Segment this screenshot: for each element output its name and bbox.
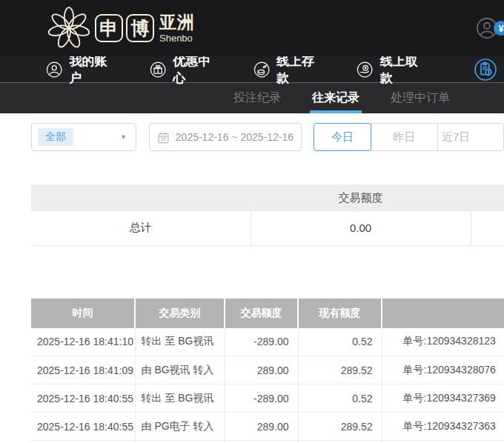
page: 申 博 亚洲 Shenbo ¥: [0, 0, 504, 443]
cell-order-number: 单号:120934327363: [382, 413, 504, 441]
nav-item-deposit[interactable]: 线上存款: [253, 53, 317, 87]
today-button[interactable]: 今日: [314, 123, 371, 151]
records-clipboard-icon: [474, 58, 497, 81]
cell-order-number: 单号:120934328123: [382, 328, 504, 356]
summary-section: 交易额度 总计 0.00: [31, 184, 504, 246]
cell-balance: 289.52: [298, 356, 382, 384]
nav-item-my-account[interactable]: 我的账户: [46, 53, 110, 87]
brand-char-box-2: 博: [126, 14, 154, 42]
record-row: 2025-12-16 18:40:55 由 PG电子 转入 289.00 289…: [31, 413, 504, 441]
cell-type: 由 BG视讯 转入: [135, 356, 225, 384]
cell-balance: 0.52: [298, 384, 382, 413]
cell-time: 2025-12-16 18:41:09: [31, 356, 135, 384]
nav-item-label: 线上存款: [276, 53, 316, 87]
cell-amount: 289.00: [225, 413, 298, 441]
nav-item-label: 线上取款: [380, 53, 420, 87]
user-icon: [46, 59, 62, 80]
cell-time: 2025-12-16 18:40:55: [31, 413, 135, 441]
brand-region: 亚洲: [159, 14, 195, 31]
user-area: ¥: [476, 17, 498, 39]
nav-item-promotions[interactable]: 优惠中心: [150, 53, 213, 87]
cell-time: 2025-12-16 18:41:10: [31, 328, 135, 356]
cell-amount: -289.00: [225, 328, 298, 356]
brand-logo[interactable]: 申 博 亚洲 Shenbo: [46, 5, 195, 51]
nav-item-withdraw[interactable]: 线上取款: [357, 53, 420, 87]
type-filter-select[interactable]: 全部 ▼: [31, 123, 136, 151]
tab-betting-records[interactable]: 投注纪录: [218, 83, 296, 113]
cell-time: 2025-12-16 18:40:55: [31, 384, 135, 413]
cell-balance: 289.52: [298, 413, 382, 441]
records-section: 时间 交易类别 交易额度 现有额度 2025-12-16 18:41:10 转出…: [31, 299, 504, 443]
tab-label: 处理中订单: [391, 90, 450, 106]
cell-amount: 289.00: [225, 356, 298, 384]
record-row: 2025-12-16 18:41:10 转出 至 BG视讯 -289.00 0.…: [31, 328, 504, 356]
summary-table: 交易额度 总计 0.00: [31, 184, 504, 246]
tab-label: 投注纪录: [233, 90, 281, 106]
summary-header-empty: [31, 184, 251, 211]
last-7-days-button[interactable]: 近7日: [437, 123, 504, 151]
summary-empty-cell: [471, 211, 504, 245]
records-header-row: 时间 交易类别 交易额度 现有额度: [31, 299, 504, 328]
tab-pending-orders[interactable]: 处理中订单: [375, 83, 465, 113]
col-header-balance: 现有额度: [298, 299, 382, 328]
tab-transfer-records[interactable]: 往来记录: [296, 83, 375, 113]
yesterday-button[interactable]: 昨日: [371, 123, 438, 151]
nav-item-label: 优惠中心: [173, 53, 213, 87]
cell-balance: 0.52: [298, 328, 382, 356]
lotus-flower-icon: [46, 5, 92, 51]
tab-bar: 投注纪录 往来记录 处理中订单: [0, 83, 504, 113]
summary-header-empty: [471, 184, 504, 211]
balance-icon[interactable]: ¥: [494, 21, 504, 36]
gift-icon: [150, 59, 166, 80]
cell-type: 转出 至 BG视讯: [135, 328, 225, 356]
col-header-type: 交易类别: [135, 299, 225, 328]
record-row-clipped: [31, 441, 504, 443]
tab-label: 往来记录: [312, 90, 359, 106]
cell-order-number: 单号:120934328076: [382, 356, 504, 384]
col-header-order: [382, 299, 504, 328]
cell-order-number: 单号:120934327369: [382, 384, 504, 413]
summary-header-amount: 交易额度: [251, 184, 471, 211]
col-header-amount: 交易额度: [225, 299, 298, 328]
quick-range-buttons: 今日 昨日 近7日: [314, 123, 504, 151]
records-table: 时间 交易类别 交易额度 现有额度 2025-12-16 18:41:10 转出…: [31, 299, 504, 443]
nav-item-transaction-records[interactable]: [474, 58, 504, 81]
nav-item-label: 我的账户: [69, 53, 109, 87]
summary-total-label: 总计: [31, 211, 251, 245]
record-row: 2025-12-16 18:40:55 转出 至 BG视讯 -289.00 0.…: [31, 384, 504, 413]
selected-filter-tag: 全部: [38, 128, 73, 146]
summary-total-value: 0.00: [251, 211, 471, 245]
records-body: 2025-12-16 18:41:10 转出 至 BG视讯 -289.00 0.…: [31, 328, 504, 441]
summary-total-row: 总计 0.00: [31, 211, 504, 245]
col-header-time: 时间: [31, 299, 135, 328]
cell-amount: -289.00: [225, 384, 298, 413]
main-nav: 我的账户 优惠中心: [0, 56, 504, 83]
calendar-icon: [157, 131, 170, 144]
cell-type: 由 PG电子 转入: [135, 413, 225, 441]
date-range-value: 2025-12-16 ~ 2025-12-16: [176, 131, 294, 143]
date-range-input[interactable]: 2025-12-16 ~ 2025-12-16: [149, 123, 302, 151]
deposit-coins-icon: [253, 59, 270, 80]
brand-subtitle: Shenbo: [159, 33, 195, 43]
record-row: 2025-12-16 18:41:09 由 BG视讯 转入 289.00 289…: [31, 356, 504, 384]
brand-char-box-1: 申: [95, 14, 123, 42]
filter-row: 全部 ▼ 2025-12-16 ~ 2025-12-16 今日 昨日 近7日: [31, 123, 504, 151]
chevron-down-icon: ▼: [120, 133, 127, 141]
active-tab-underline: [310, 110, 362, 113]
withdraw-money-icon: [357, 59, 373, 80]
top-header: 申 博 亚洲 Shenbo ¥: [0, 0, 504, 56]
cell-type: 转出 至 BG视讯: [135, 384, 225, 413]
